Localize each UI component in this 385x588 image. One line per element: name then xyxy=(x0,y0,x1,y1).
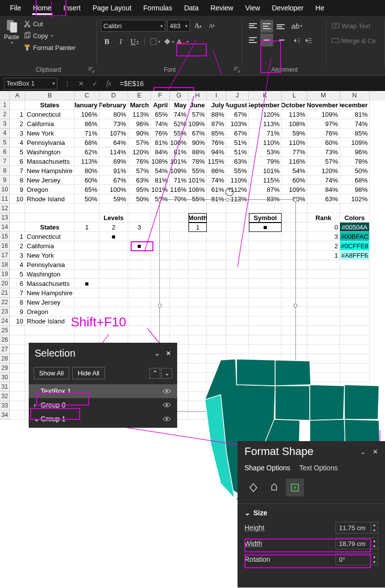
cell[interactable]: September xyxy=(249,100,282,110)
decrease-font-button[interactable]: A▾ xyxy=(206,20,218,32)
cell[interactable] xyxy=(75,260,99,270)
cell[interactable]: Washington xyxy=(25,147,75,157)
cell[interactable]: 71% xyxy=(249,129,282,138)
cell[interactable]: ■ xyxy=(128,241,151,251)
selection-item-textbox-1[interactable]: TextBox 1 xyxy=(29,384,177,398)
cell[interactable] xyxy=(10,401,25,410)
col-header-C[interactable]: C xyxy=(75,91,99,100)
show-all-button[interactable]: Show All xyxy=(34,367,69,379)
row-header-17[interactable]: 17 xyxy=(0,251,10,260)
cell[interactable]: 51% xyxy=(226,147,249,157)
cell[interactable]: 55% xyxy=(189,166,207,176)
cell[interactable]: 108% xyxy=(282,119,307,129)
font-dialog-launcher[interactable] xyxy=(234,66,241,73)
col-header-K[interactable]: K xyxy=(249,91,282,100)
row-header-11[interactable]: 11 xyxy=(0,194,10,204)
row-header-4[interactable]: 4 xyxy=(0,129,10,138)
decrease-indent-button[interactable] xyxy=(291,35,303,46)
format-painter-button[interactable]: Format Painter xyxy=(22,43,77,52)
cell[interactable] xyxy=(340,335,370,345)
cell[interactable] xyxy=(99,270,128,279)
cell[interactable]: 109% xyxy=(189,119,207,129)
menu-insert[interactable]: Insert xyxy=(57,2,87,14)
cell[interactable]: July xyxy=(207,100,226,110)
cell[interactable]: 115% xyxy=(207,157,226,166)
cell[interactable]: 63% xyxy=(226,157,249,166)
cell[interactable]: 73% xyxy=(99,119,128,129)
cell[interactable]: 55% xyxy=(226,166,249,176)
cell[interactable]: 55% xyxy=(170,129,189,138)
cell[interactable] xyxy=(75,298,99,307)
cell[interactable] xyxy=(10,410,25,420)
cell[interactable] xyxy=(25,204,75,213)
cell[interactable]: Massachusetts xyxy=(25,157,75,166)
cell[interactable] xyxy=(25,326,75,335)
chevron-down-icon[interactable]: ⌄ xyxy=(154,350,160,357)
cell[interactable]: 3 xyxy=(10,129,25,138)
cell[interactable]: 106% xyxy=(189,185,207,194)
cell[interactable]: 110% xyxy=(282,138,307,147)
cell[interactable]: Colors xyxy=(340,213,370,223)
clipboard-dialog-launcher[interactable] xyxy=(88,66,95,73)
cell[interactable]: 74% xyxy=(307,176,340,185)
cell[interactable]: 4 xyxy=(10,138,25,147)
cell[interactable]: 8 xyxy=(10,298,25,307)
cell[interactable]: 100% xyxy=(170,138,189,147)
align-right-button[interactable] xyxy=(274,34,287,46)
cell[interactable]: August xyxy=(226,100,249,110)
cell[interactable]: 120% xyxy=(249,110,282,119)
cell[interactable]: 6 xyxy=(10,157,25,166)
cell[interactable]: #0CFFE8 xyxy=(340,241,370,251)
cell[interactable] xyxy=(99,260,128,270)
cell[interactable]: 88% xyxy=(189,147,207,157)
cell[interactable]: 54% xyxy=(282,166,307,176)
cell[interactable]: 90% xyxy=(189,138,207,147)
shape-options-tab[interactable]: Shape Options xyxy=(244,462,290,474)
cell[interactable]: 120% xyxy=(307,166,340,176)
italic-button[interactable]: I xyxy=(115,36,127,47)
align-center-button[interactable] xyxy=(260,34,273,46)
cell[interactable]: 110% xyxy=(226,176,249,185)
cell[interactable]: ■ xyxy=(99,232,128,241)
col-header-H[interactable]: H xyxy=(189,91,207,100)
cell[interactable] xyxy=(10,345,25,354)
row-header-27[interactable]: 27 xyxy=(0,345,10,354)
cell[interactable] xyxy=(99,204,128,213)
cell[interactable] xyxy=(307,317,340,326)
cell[interactable] xyxy=(307,260,340,270)
row-header-5[interactable]: 5 xyxy=(0,138,10,147)
cell[interactable]: 9 xyxy=(10,185,25,194)
cell[interactable]: California xyxy=(25,119,75,129)
cell[interactable] xyxy=(128,232,151,241)
cell[interactable]: 65% xyxy=(151,110,170,119)
bottom-align-button[interactable] xyxy=(274,20,287,33)
cell[interactable]: 114% xyxy=(99,147,128,157)
cell[interactable]: 60% xyxy=(307,138,340,147)
cell[interactable]: 81% xyxy=(151,138,170,147)
cell[interactable]: Massachusetts xyxy=(25,279,75,288)
row-header-33[interactable]: 33 xyxy=(0,401,10,410)
cell[interactable]: 2 xyxy=(307,241,340,251)
cell[interactable]: 67% xyxy=(226,110,249,119)
row-header-16[interactable]: 16 xyxy=(0,241,10,251)
cell[interactable]: 84% xyxy=(151,147,170,157)
cell[interactable]: 88% xyxy=(207,110,226,119)
cell[interactable]: 57% xyxy=(189,110,207,119)
formula-input[interactable]: =$E$16 xyxy=(116,80,385,88)
cell[interactable]: 85% xyxy=(340,129,370,138)
cell[interactable] xyxy=(340,279,370,288)
col-header-B[interactable]: B xyxy=(25,91,75,100)
cell[interactable] xyxy=(10,100,25,110)
cell[interactable] xyxy=(10,326,25,335)
col-header-G[interactable]: G xyxy=(170,91,189,100)
height-input[interactable]: 11,75 cm▲▼ xyxy=(336,522,378,534)
cell[interactable]: 3 xyxy=(307,232,340,241)
cell[interactable] xyxy=(128,260,151,270)
size-section-header[interactable]: ⌄Size xyxy=(238,506,385,520)
cell[interactable]: 3 xyxy=(10,251,25,260)
cell[interactable] xyxy=(128,270,151,279)
cell[interactable]: ■ xyxy=(75,279,99,288)
font-name-select[interactable]: Calibri▾ xyxy=(101,20,165,32)
cell[interactable] xyxy=(10,223,25,232)
cell[interactable]: 78% xyxy=(340,157,370,166)
